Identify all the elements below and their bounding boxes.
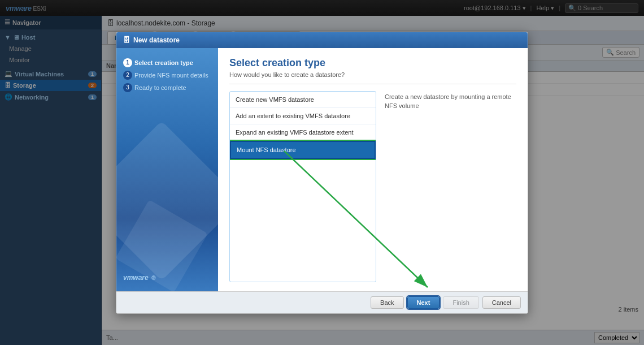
finish-button[interactable]: Finish — [443, 296, 478, 309]
options-list: Create new VMFS datastore Add an extent … — [229, 91, 376, 282]
modal-title: New datastore — [133, 36, 180, 44]
modal-header: 🗄 New datastore — [116, 32, 528, 48]
step2-label: Provide NFS mount details — [134, 72, 208, 79]
vmware-logo-text: vmware — [123, 274, 149, 282]
step1-num: 1 — [123, 58, 132, 67]
option-create-vmfs-label: Create new VMFS datastore — [236, 96, 314, 103]
option-add-extent-label: Add an extent to existing VMFS datastore — [236, 113, 350, 119]
modal-body: 1 Select creation type 2 Provide NFS mou… — [116, 48, 528, 291]
modal-footer: Back Next Finish Cancel — [116, 291, 528, 313]
step3-num: 3 — [123, 83, 132, 92]
description-area: Create a new datastore by mounting a rem… — [385, 91, 516, 282]
back-button[interactable]: Back — [371, 296, 403, 309]
vmware-modal-logo: vmware ® — [123, 270, 211, 283]
modal-overlay: 🗄 New datastore 1 Select creation type 2… — [0, 0, 644, 345]
step1-label: Select creation type — [134, 59, 193, 66]
step2-num: 2 — [123, 71, 132, 80]
option-mount-nfs[interactable]: Mount NFS datastore — [230, 141, 376, 159]
modal-step-1: 1 Select creation type — [123, 57, 211, 69]
modal-steps: 1 Select creation type 2 Provide NFS mou… — [123, 57, 211, 94]
datastore-icon: 🗄 — [123, 36, 130, 44]
modal-content-title: Select creation type — [229, 57, 516, 69]
next-button[interactable]: Next — [407, 296, 440, 309]
option-expand-vmfs-label: Expand an existing VMFS datastore extent — [236, 129, 354, 136]
modal-step-3: 3 Ready to complete — [123, 81, 211, 94]
modal-content-subtitle: How would you like to create a datastore… — [229, 71, 516, 84]
modal-step-2: 2 Provide NFS mount details — [123, 69, 211, 81]
selection-area: Create new VMFS datastore Add an extent … — [229, 91, 516, 282]
modal-content: Select creation type How would you like … — [218, 48, 528, 291]
description-text: Create a new datastore by mounting a rem… — [385, 93, 511, 110]
option-expand-vmfs[interactable]: Expand an existing VMFS datastore extent — [230, 124, 376, 141]
cancel-button[interactable]: Cancel — [482, 296, 521, 309]
option-create-vmfs[interactable]: Create new VMFS datastore — [230, 92, 376, 108]
option-add-extent[interactable]: Add an extent to existing VMFS datastore — [230, 108, 376, 124]
option-mount-nfs-label: Mount NFS datastore — [237, 146, 296, 153]
modal: 🗄 New datastore 1 Select creation type 2… — [116, 32, 528, 314]
modal-sidebar: 1 Select creation type 2 Provide NFS mou… — [116, 48, 218, 291]
step3-label: Ready to complete — [134, 84, 186, 91]
